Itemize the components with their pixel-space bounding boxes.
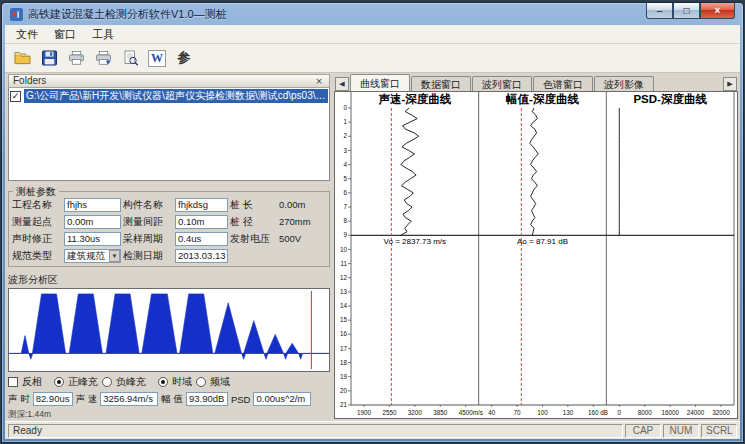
status-indicator-num: NUM	[663, 424, 699, 438]
domain-radio-label-1: 时域	[172, 375, 192, 389]
minimize-button[interactable]: –	[646, 3, 673, 19]
printer-icon	[68, 50, 85, 66]
toolbar-print-button[interactable]	[64, 47, 88, 70]
svg-text:声速-深度曲线: 声速-深度曲线	[378, 92, 451, 105]
toolbar-open-button[interactable]	[10, 47, 34, 70]
app-icon	[10, 8, 23, 21]
svg-text:7: 7	[343, 203, 347, 210]
peak-radio-label-1: 正峰充	[68, 375, 98, 389]
toolbar-print-export-button[interactable]	[91, 47, 115, 70]
status-ready: Ready	[8, 424, 623, 438]
checkbox-icon[interactable]: ✓	[10, 91, 21, 102]
depth-curves-svg: 0123456789101112131415161718192021声速-深度曲…	[335, 92, 737, 418]
svg-text:9: 9	[343, 231, 347, 238]
domain-radio-label-2: 频域	[210, 375, 230, 389]
tab-2[interactable]: 数据窗口	[411, 76, 471, 91]
tab-1[interactable]: 曲线窗口	[350, 74, 410, 91]
reading-label-2: 声 速	[76, 393, 98, 406]
tab-4[interactable]: 色谱窗口	[533, 76, 593, 91]
svg-text:130: 130	[563, 409, 574, 416]
waveform-svg	[9, 289, 329, 371]
toolbar-params-button[interactable]: 参	[172, 47, 196, 70]
svg-text:16: 16	[340, 330, 348, 337]
svg-text:2550: 2550	[382, 409, 397, 416]
peak-radio-1[interactable]	[54, 377, 64, 387]
svg-text:19: 19	[340, 373, 348, 380]
svg-text:8000: 8000	[638, 409, 653, 416]
printer-arrow-icon	[95, 50, 112, 66]
param-field-8[interactable]: 0.4us	[175, 232, 228, 246]
svg-text:3850: 3850	[433, 409, 448, 416]
toolbar-word-export-button[interactable]: W	[145, 47, 169, 70]
tabstrip: ◀曲线窗口数据窗口波列窗口色谱窗口波列影像▶	[334, 74, 738, 91]
invert-checkbox[interactable]	[8, 377, 18, 387]
tab-3[interactable]: 波列窗口	[472, 76, 532, 91]
menu-file[interactable]: 文件	[9, 26, 45, 43]
param-value-9: 500V	[279, 233, 326, 244]
svg-text:5: 5	[343, 175, 347, 182]
svg-text:0: 0	[618, 409, 622, 416]
param-value-6: 270mm	[279, 216, 326, 227]
toolbar: W参	[5, 44, 740, 73]
combo-arrow-icon: ▼	[109, 250, 120, 262]
reading-label-1: 声 时	[8, 393, 30, 406]
caption-buttons: – □ ×	[646, 3, 735, 19]
menubar: 文件 窗口 工具	[5, 25, 740, 44]
svg-text:8: 8	[343, 217, 347, 224]
folders-close-icon[interactable]: ×	[313, 76, 325, 86]
status-indicator-scrl: SCRL	[701, 424, 737, 438]
param-label-9: 发射电压	[230, 232, 277, 246]
chart-area[interactable]: 0123456789101112131415161718192021声速-深度曲…	[334, 91, 738, 419]
statusbar: Ready CAPNUMSCRL	[5, 421, 740, 439]
param-label-1: 工程名称	[12, 198, 62, 212]
peak-radio-2[interactable]	[102, 377, 112, 387]
menu-window[interactable]: 窗口	[47, 26, 83, 43]
reading-value-4[interactable]: 0.00us^2/m	[253, 392, 311, 406]
folder-open-icon	[14, 50, 31, 66]
folders-header: Folders ×	[8, 74, 330, 88]
svg-text:160: 160	[588, 409, 599, 416]
main-area: Folders × ✓G:\公司产品\新H开发\测试仪器\超声仪实操检测数据\测…	[5, 73, 740, 421]
pile-params-grid: 工程名称fhjhs构件名称fhjkdsg桩 长0.00m测量起点0.00m测量间…	[12, 198, 326, 263]
svg-text:32000: 32000	[712, 409, 730, 416]
param-combo-10[interactable]: 建筑规范▼	[64, 249, 121, 263]
toolbar-print-preview-button[interactable]	[118, 47, 142, 70]
svg-text:16000: 16000	[661, 409, 679, 416]
folders-tree[interactable]: ✓G:\公司产品\新H开发\测试仪器\超声仪实操检测数据\测试cd\ps03\p…	[8, 88, 330, 181]
tab-scroll-left-icon[interactable]: ◀	[335, 77, 349, 91]
param-label-2: 构件名称	[123, 198, 173, 212]
param-field-2[interactable]: fhjkdsg	[175, 198, 228, 212]
close-button[interactable]: ×	[700, 3, 735, 19]
footnote: 测深:1.44m	[8, 409, 330, 421]
menu-tools[interactable]: 工具	[85, 26, 121, 43]
maximize-button[interactable]: □	[673, 3, 700, 19]
param-field-5[interactable]: 0.10m	[175, 215, 228, 229]
tab-scroll-right-icon[interactable]: ▶	[723, 77, 737, 91]
waveform-title: 波形分析区	[8, 273, 330, 287]
svg-text:14: 14	[340, 302, 348, 309]
reading-value-1[interactable]: 82.90us	[33, 392, 73, 406]
param-field-7[interactable]: 11.30us	[64, 232, 121, 246]
tab-5[interactable]: 波列影像	[594, 76, 654, 91]
reading-value-3[interactable]: 93.90dB	[186, 392, 228, 406]
domain-radio-2[interactable]	[196, 377, 206, 387]
param-field-4[interactable]: 0.00m	[64, 215, 121, 229]
app-window: 高铁建设混凝土检测分析软件V1.0—测桩 – □ × 文件 窗口 工具 W参 F…	[1, 2, 744, 443]
reading-label-4: PSD	[231, 394, 251, 405]
page-preview-icon	[122, 50, 139, 66]
floppy-icon	[41, 50, 58, 66]
param-field-11[interactable]: 2013.03.13	[175, 249, 228, 263]
domain-radio-1[interactable]	[158, 377, 168, 387]
right-panel: ◀曲线窗口数据窗口波列窗口色谱窗口波列影像▶ 01234567891011121…	[333, 73, 740, 421]
svg-text:m/s: m/s	[473, 409, 483, 416]
param-field-1[interactable]: fhjhs	[64, 198, 121, 212]
svg-text:15: 15	[340, 316, 348, 323]
tree-item[interactable]: ✓G:\公司产品\新H开发\测试仪器\超声仪实操检测数据\测试cd\ps03\p…	[10, 89, 328, 104]
toolbar-save-button[interactable]	[37, 47, 61, 70]
waveform-box[interactable]	[8, 288, 330, 372]
param-value-3: 0.00m	[279, 199, 326, 210]
param-label-10: 规范类型	[12, 249, 62, 263]
reading-value-2[interactable]: 3256.94m/s	[100, 392, 158, 406]
titlebar[interactable]: 高铁建设混凝土检测分析软件V1.0—测桩 – □ ×	[2, 3, 743, 25]
svg-text:18: 18	[340, 359, 348, 366]
